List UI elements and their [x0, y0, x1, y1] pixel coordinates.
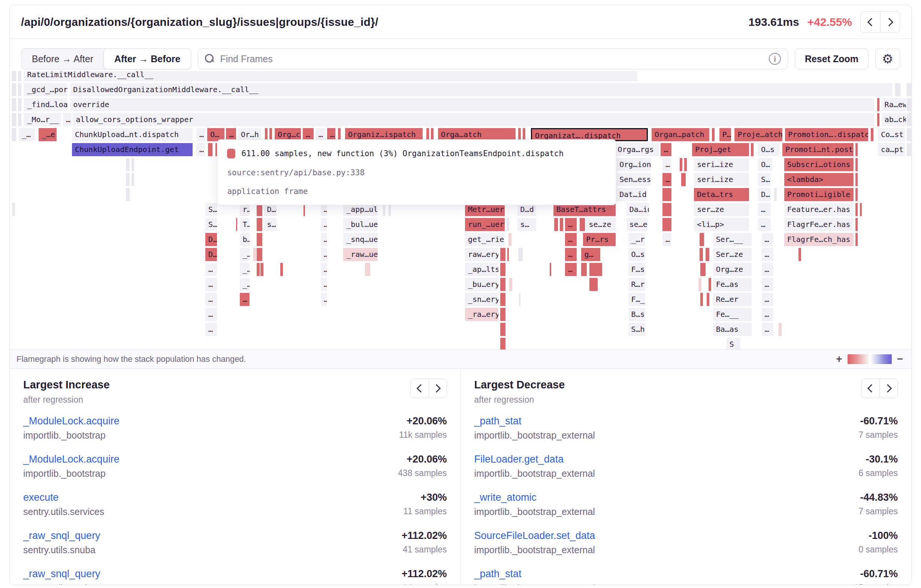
flame-frame[interactable]: … — [762, 323, 773, 336]
flame-frame[interactable] — [907, 98, 911, 111]
flame-frame[interactable] — [681, 173, 686, 186]
find-frames-search[interactable]: Find Frames i — [198, 48, 788, 69]
flame-frame[interactable] — [236, 218, 238, 231]
flame-frame[interactable]: <lambda> — [784, 173, 854, 186]
flame-frame[interactable]: g… — [581, 248, 600, 261]
flame-frame[interactable]: … — [205, 293, 217, 306]
flame-frame[interactable]: _gcd_…port — [24, 83, 67, 96]
flame-frame[interactable] — [507, 248, 509, 261]
flame-frame[interactable] — [707, 293, 709, 306]
flame-frame[interactable]: S…h — [628, 323, 646, 336]
flame-frame[interactable] — [877, 98, 879, 111]
flame-frame[interactable]: … — [321, 293, 327, 306]
flame-frame[interactable] — [509, 278, 512, 291]
flame-frame[interactable]: S… — [205, 218, 217, 231]
flame-frame[interactable]: RateLimitMiddleware.__call__ — [24, 71, 637, 81]
flame-frame[interactable]: Sen…ess — [617, 173, 651, 186]
flame-frame[interactable]: Da…id — [626, 203, 649, 216]
flame-frame[interactable] — [11, 98, 16, 111]
flame-frame[interactable]: _find…load — [24, 98, 67, 111]
page-title[interactable]: /api/0/organizations/{organization_slug}… — [21, 16, 378, 28]
flame-frame[interactable]: … — [565, 248, 577, 261]
flame-frame[interactable] — [662, 203, 672, 216]
flame-frame[interactable]: … — [321, 218, 327, 231]
flame-frame[interactable] — [680, 158, 682, 171]
flame-frame[interactable] — [365, 263, 370, 276]
increase-prev-button[interactable] — [411, 379, 429, 398]
flame-frame[interactable] — [589, 263, 602, 276]
frame-function-link[interactable]: _ModuleLock.acquire — [23, 415, 120, 427]
flame-frame[interactable]: Ser…__ — [713, 233, 752, 246]
flame-frame[interactable]: seri…ize — [694, 158, 749, 171]
flame-frame[interactable]: … — [565, 233, 577, 246]
flame-frame[interactable]: D… — [205, 233, 217, 246]
flame-frame[interactable] — [751, 143, 753, 156]
flame-frame[interactable]: P… — [719, 128, 731, 141]
flame-frame[interactable] — [257, 263, 260, 276]
flame-frame[interactable]: … — [196, 128, 205, 141]
flame-frame[interactable]: override — [70, 98, 874, 111]
flame-frame[interactable] — [560, 218, 563, 231]
flame-frame[interactable]: … — [240, 293, 249, 306]
flame-frame[interactable]: _ap…lts — [465, 263, 498, 276]
flame-frame[interactable]: … — [762, 308, 773, 321]
flame-frame[interactable]: seri…ize — [694, 173, 749, 186]
flame-frame[interactable]: ab…ck — [882, 113, 906, 126]
flame-frame[interactable]: … — [321, 248, 327, 261]
flame-frame[interactable]: O…s — [758, 143, 780, 156]
flame-frame[interactable]: FlagrFe…er.has — [784, 218, 854, 231]
settings-button[interactable]: ⚙ — [875, 48, 900, 69]
flame-frame[interactable]: … — [321, 278, 327, 291]
flame-frame[interactable]: … — [321, 233, 327, 246]
flame-frame[interactable]: … — [662, 158, 672, 171]
flame-frame[interactable]: … — [205, 263, 217, 276]
flame-frame[interactable]: S… — [758, 173, 771, 186]
flame-frame[interactable]: _… — [19, 128, 35, 141]
flame-frame[interactable]: … — [762, 233, 773, 246]
flame-frame[interactable]: … — [321, 263, 327, 276]
increase-next-button[interactable] — [429, 379, 447, 398]
flame-frame[interactable]: Ba…as — [713, 323, 752, 336]
prev-transaction-button[interactable] — [861, 11, 880, 32]
frame-function-link[interactable]: _raw_snql_query — [23, 530, 101, 542]
frame-function-link[interactable]: _path_stat — [474, 415, 595, 427]
flame-frame[interactable] — [257, 233, 262, 246]
flame-frame[interactable] — [550, 263, 551, 276]
flame-frame[interactable] — [856, 158, 858, 171]
frame-function-link[interactable]: execute — [23, 492, 104, 504]
flame-frame[interactable] — [799, 248, 801, 261]
flame-frame[interactable] — [11, 71, 16, 81]
flame-frame[interactable]: F…_ — [628, 293, 646, 306]
flame-frame[interactable]: R…r — [628, 278, 646, 291]
flame-frame[interactable]: … — [205, 278, 217, 291]
flame-frame[interactable]: S… — [205, 203, 217, 216]
flame-frame[interactable]: … — [762, 278, 773, 291]
decrease-prev-button[interactable] — [861, 379, 879, 398]
flame-frame[interactable] — [257, 248, 262, 261]
flame-frame[interactable]: s… — [264, 218, 277, 231]
info-icon[interactable]: i — [769, 53, 781, 65]
flame-frame[interactable] — [506, 218, 509, 231]
flame-frame[interactable] — [126, 188, 130, 201]
flame-frame[interactable] — [18, 71, 22, 81]
frame-function-link[interactable]: SourceFileLoader.set_data — [474, 530, 596, 542]
flame-frame[interactable] — [706, 248, 709, 261]
flame-frame[interactable] — [132, 173, 134, 186]
flame-frame[interactable]: _…e — [39, 128, 57, 141]
flame-frame[interactable]: _bu…ery — [465, 278, 498, 291]
flame-frame[interactable]: … — [196, 143, 205, 156]
flame-frame[interactable] — [508, 233, 511, 246]
flame-frame[interactable]: ca…pt — [878, 143, 905, 156]
flame-frame[interactable]: _sn…ery — [465, 293, 498, 306]
flame-frame[interactable] — [500, 338, 506, 349]
flame-frame[interactable] — [18, 113, 22, 126]
flame-frame[interactable]: _… — [240, 248, 249, 261]
flame-frame[interactable] — [500, 293, 506, 306]
decrease-next-button[interactable] — [879, 379, 897, 398]
flame-frame[interactable] — [700, 263, 706, 276]
flame-frame[interactable] — [684, 158, 687, 171]
flame-frame[interactable]: … — [762, 248, 773, 261]
flame-frame[interactable]: … — [205, 323, 217, 336]
flame-frame[interactable]: b… — [240, 233, 249, 246]
flame-frame[interactable]: <li…p> — [694, 218, 749, 231]
